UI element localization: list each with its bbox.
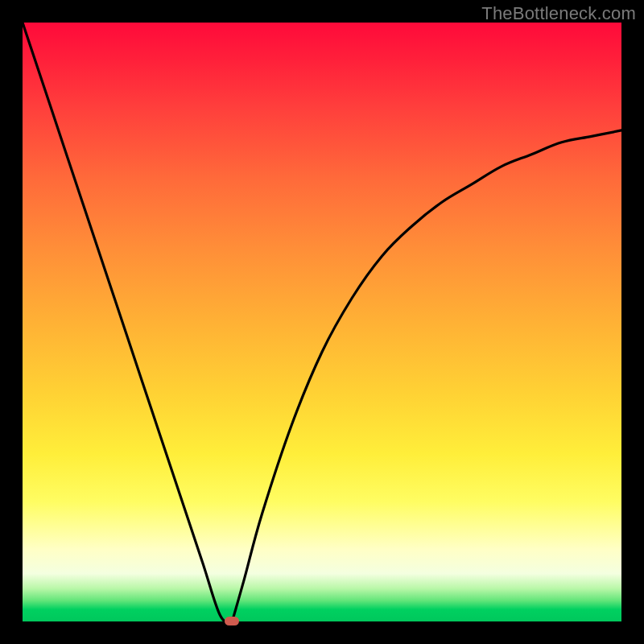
watermark-text: TheBottleneck.com [481, 3, 636, 24]
chart-frame: TheBottleneck.com [0, 0, 644, 644]
bottleneck-curve [23, 23, 621, 622]
minimum-marker [225, 617, 239, 625]
curve-layer [23, 23, 621, 621]
plot-area [23, 23, 621, 621]
